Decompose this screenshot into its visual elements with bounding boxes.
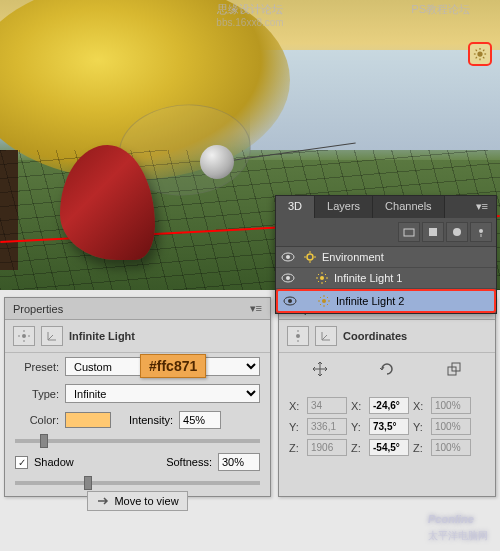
tab-layers[interactable]: Layers xyxy=(315,196,373,218)
tab-3d[interactable]: 3D xyxy=(276,196,315,218)
3d-panel: 3D Layers Channels ▾≡ Environment Infini… xyxy=(275,195,497,314)
slider-thumb[interactable] xyxy=(40,434,48,448)
subtitle: Infinite Light xyxy=(69,330,135,342)
layer-infinite-light-2[interactable]: Infinite Light 2 xyxy=(276,289,496,313)
panel-menu-icon[interactable]: ▾≡ xyxy=(468,196,496,218)
svg-point-11 xyxy=(453,228,461,236)
properties-header: Properties ▾≡ xyxy=(5,298,270,320)
layer-infinite-light-1[interactable]: Infinite Light 1 xyxy=(276,268,496,289)
coord-row-x: X: X: X: xyxy=(289,395,485,416)
move-mode-icon[interactable] xyxy=(309,359,331,379)
light-icon xyxy=(316,294,332,308)
svg-point-15 xyxy=(286,255,290,259)
coordinate-grid: X: X: X: Y: Y: Y: Z: Z: Z: xyxy=(279,389,495,464)
properties-panel-coordinates: Properties ▾≡ Coordinates X: X: X: Y: Y:… xyxy=(278,297,496,497)
svg-line-28 xyxy=(318,274,319,275)
color-swatch[interactable] xyxy=(65,412,111,428)
svg-line-6 xyxy=(483,57,484,58)
properties-subheader: Infinite Light xyxy=(5,320,270,353)
move-to-view-button[interactable]: Move to view xyxy=(87,491,187,511)
coordinates-icon-button[interactable] xyxy=(315,326,337,346)
scale-mode-icon[interactable] xyxy=(443,359,465,379)
color-label: Color: xyxy=(15,414,59,426)
svg-line-41 xyxy=(320,304,321,305)
watermark-top: 思缘设计论坛 bbs.16xx8.com xyxy=(216,2,283,28)
hex-color-callout: #ffc871 xyxy=(140,354,206,378)
svg-point-22 xyxy=(286,276,290,280)
svg-line-29 xyxy=(325,281,326,282)
watermark-top-right: PS教程论坛 xyxy=(411,2,470,17)
svg-rect-9 xyxy=(404,229,414,236)
x-rot-input[interactable] xyxy=(369,397,409,414)
y-rot-input[interactable] xyxy=(369,418,409,435)
z-scale-input[interactable] xyxy=(431,439,471,456)
svg-line-39 xyxy=(320,297,321,298)
svg-rect-10 xyxy=(429,228,437,236)
x-pos-input[interactable] xyxy=(307,397,347,414)
shadow-checkbox[interactable] xyxy=(15,456,28,469)
svg-point-0 xyxy=(477,51,482,56)
preset-label: Preset: xyxy=(15,361,59,373)
layer-environment[interactable]: Environment xyxy=(276,247,496,268)
y-scale-input[interactable] xyxy=(431,418,471,435)
svg-line-8 xyxy=(483,50,484,51)
svg-line-5 xyxy=(476,50,477,51)
light-type-icon-button[interactable] xyxy=(13,326,35,346)
layer-label: Infinite Light 1 xyxy=(334,272,403,284)
light-type-icon-button[interactable] xyxy=(287,326,309,346)
panel-tabs: 3D Layers Channels ▾≡ xyxy=(276,196,496,218)
coord-row-y: Y: Y: Y: xyxy=(289,416,485,437)
filter-scene-button[interactable] xyxy=(398,222,420,242)
3d-filter-toolbar xyxy=(276,218,496,247)
svg-point-16 xyxy=(307,254,313,260)
shadow-label: Shadow xyxy=(34,456,74,468)
intensity-input[interactable] xyxy=(179,411,221,429)
z-pos-input[interactable] xyxy=(307,439,347,456)
3d-layer-list: Environment Infinite Light 1 Infinite Li… xyxy=(276,247,496,313)
intensity-slider[interactable] xyxy=(15,439,260,443)
panel-menu-icon[interactable]: ▾≡ xyxy=(250,302,262,315)
coord-row-z: Z: Z: Z: xyxy=(289,437,485,458)
coordinates-icon-button[interactable] xyxy=(41,326,63,346)
light-icon xyxy=(314,271,330,285)
visibility-toggle[interactable] xyxy=(282,294,298,308)
properties-panel-light: Properties ▾≡ Infinite Light Preset: Cus… xyxy=(4,297,271,497)
tab-channels[interactable]: Channels xyxy=(373,196,444,218)
svg-line-56 xyxy=(322,335,327,340)
softness-slider[interactable] xyxy=(15,481,260,485)
panel-title: Properties xyxy=(13,303,63,315)
environment-icon xyxy=(302,250,318,264)
transform-mode-icons xyxy=(279,353,495,389)
y-pos-input[interactable] xyxy=(307,418,347,435)
svg-line-50 xyxy=(48,335,53,340)
subtitle: Coordinates xyxy=(343,330,407,342)
sun-icon xyxy=(473,47,487,61)
layer-label: Infinite Light 2 xyxy=(336,295,405,307)
watermark-bottom: Pconline 太平洋电脑网 xyxy=(428,503,488,543)
filter-mesh-button[interactable] xyxy=(422,222,444,242)
svg-line-7 xyxy=(476,57,477,58)
softness-input[interactable] xyxy=(218,453,260,471)
svg-point-33 xyxy=(288,299,292,303)
filter-light-button[interactable] xyxy=(470,222,492,242)
svg-point-43 xyxy=(22,334,26,338)
svg-point-51 xyxy=(296,334,300,338)
visibility-toggle[interactable] xyxy=(280,250,296,264)
slider-thumb[interactable] xyxy=(84,476,92,490)
filter-material-button[interactable] xyxy=(446,222,468,242)
svg-point-34 xyxy=(322,299,326,303)
z-rot-input[interactable] xyxy=(369,439,409,456)
light-gizmo-sphere[interactable] xyxy=(200,145,234,179)
intensity-label: Intensity: xyxy=(129,414,173,426)
type-select[interactable]: Infinite xyxy=(65,384,260,403)
layer-label: Environment xyxy=(322,251,384,263)
properties-subheader: Coordinates xyxy=(279,320,495,353)
svg-line-42 xyxy=(327,297,328,298)
x-scale-input[interactable] xyxy=(431,397,471,414)
rotate-mode-icon[interactable] xyxy=(376,359,398,379)
svg-line-30 xyxy=(318,281,319,282)
visibility-toggle[interactable] xyxy=(280,271,296,285)
move-icon xyxy=(96,495,110,507)
light-widget-button[interactable] xyxy=(468,42,492,66)
softness-label: Softness: xyxy=(166,456,212,468)
